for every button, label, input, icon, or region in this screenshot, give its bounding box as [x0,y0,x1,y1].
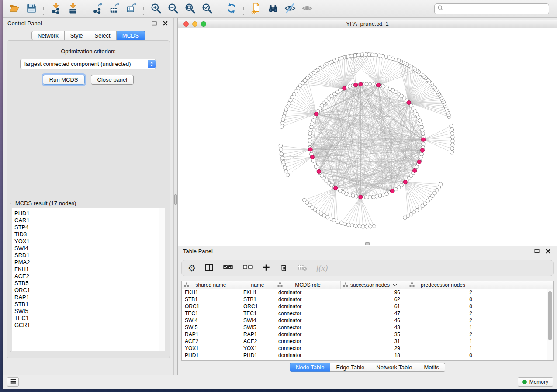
cell-predecessor-nodes[interactable]: 1 [407,338,479,344]
network-node[interactable] [343,222,346,226]
cell-name[interactable]: STB1 [240,296,275,303]
table-tab-motifs[interactable]: Motifs [418,363,445,372]
network-node[interactable] [309,128,312,132]
cell-mcds-role[interactable]: dominator [275,289,341,296]
table-tab-node-table[interactable]: Node Table [290,363,331,372]
mcds-hub-node[interactable] [343,86,346,90]
mcds-hub-node[interactable] [403,180,407,184]
cell-name[interactable]: YOX1 [240,345,275,351]
mcds-hub-node[interactable] [354,83,358,87]
cell-shared-name[interactable]: ORC1 [182,303,240,309]
network-node[interactable] [451,143,454,146]
tab-mcds[interactable]: MCDS [117,31,145,40]
cell-shared-name[interactable]: FKH1 [182,289,240,296]
cell-mcds-role[interactable]: dominator [275,296,341,303]
cell-name[interactable]: PHD1 [240,352,275,358]
table-row[interactable]: FKH1FKH1dominator962 [182,289,547,296]
cell-mcds-role[interactable]: connector [275,338,341,344]
control-panel-float-button[interactable] [150,20,158,27]
network-node[interactable] [450,131,454,135]
network-node[interactable] [419,156,422,159]
network-node[interactable] [450,124,453,127]
mcds-hub-node[interactable] [317,169,321,173]
select-all-rows-button[interactable] [223,261,233,275]
mcds-result-item[interactable]: PMA2 [14,259,165,266]
network-node[interactable] [369,225,372,228]
cell-successor-nodes[interactable]: 47 [341,310,407,316]
network-node[interactable] [368,82,372,86]
zoom-selected-button[interactable] [198,2,215,16]
network-node[interactable] [339,221,343,224]
table-row[interactable]: ACE2ACE2connector311 [182,338,547,345]
network-node[interactable] [282,115,286,118]
table-panel-close-button[interactable] [544,248,552,254]
column-header-successor-nodes[interactable]: successor nodes [341,281,407,289]
cell-shared-name[interactable]: SWI5 [182,324,240,330]
save-session-button[interactable] [23,2,40,16]
cell-successor-nodes[interactable]: 62 [341,296,407,303]
mcds-hub-node[interactable] [413,168,417,172]
network-node[interactable] [397,59,401,62]
network-node[interactable] [308,132,312,135]
cell-successor-nodes[interactable]: 46 [341,317,407,323]
cell-mcds-role[interactable]: connector [275,345,341,351]
mcds-result-item[interactable]: GCR1 [14,322,165,329]
mcds-hub-node[interactable] [334,186,338,190]
import-network-button[interactable] [47,2,64,16]
cell-predecessor-nodes[interactable]: 1 [407,324,479,330]
table-row[interactable]: ORC1ORC1dominator610 [182,303,547,310]
network-node[interactable] [279,144,282,148]
tab-style[interactable]: Style [65,31,89,40]
network-node[interactable] [365,225,368,228]
network-node[interactable] [336,220,339,223]
table-row[interactable]: PHD1PHD1dominator180 [182,352,547,359]
cell-predecessor-nodes[interactable]: 2 [407,317,479,323]
show-columns-button[interactable] [205,261,214,275]
table-options-button[interactable]: ⚙ [188,261,196,275]
add-column-button[interactable] [262,261,270,275]
search-box[interactable] [434,3,549,14]
deselect-all-rows-button[interactable] [242,261,253,275]
network-node[interactable] [384,55,388,58]
network-node[interactable] [308,135,311,139]
cell-predecessor-nodes[interactable]: 2 [407,289,479,296]
tab-select[interactable]: Select [89,31,117,40]
close-panel-button[interactable]: Close panel [91,75,134,85]
network-node[interactable] [372,83,375,86]
network-node[interactable] [365,82,368,86]
mcds-result-item[interactable]: TID3 [14,231,165,238]
network-node[interactable] [370,53,374,56]
mcds-hub-node[interactable] [421,138,425,141]
mcds-hub-node[interactable] [417,160,421,164]
network-node[interactable] [377,54,381,57]
network-node[interactable] [284,169,288,173]
new-network-from-selection-button[interactable] [247,2,264,16]
network-node[interactable] [281,118,285,121]
network-node[interactable] [354,224,357,227]
network-node[interactable] [281,160,285,164]
network-node[interactable] [284,108,288,111]
network-node[interactable] [364,53,367,56]
network-node[interactable] [374,53,377,57]
network-node[interactable] [348,193,351,196]
mcds-result-item[interactable]: FKH1 [14,266,165,273]
table-row[interactable]: TEC1TEC1connector472 [182,310,547,317]
zoom-in-button[interactable] [147,2,164,16]
cell-name[interactable]: ACE2 [240,338,275,344]
table-row[interactable]: SWI5SWI5connector431 [182,324,547,331]
cell-mcds-role[interactable]: dominator [275,331,341,337]
mcds-hub-node[interactable] [315,112,318,116]
network-node[interactable] [280,121,284,125]
table-row[interactable]: SWI4SWI4dominator462 [182,317,547,324]
network-node[interactable] [451,139,454,143]
mcds-result-item[interactable]: CAR1 [14,217,165,224]
network-node[interactable] [372,224,376,228]
cell-predecessor-nodes[interactable]: 2 [407,331,479,337]
cell-predecessor-nodes[interactable]: 0 [407,352,479,358]
cell-name[interactable]: RAP1 [240,331,275,337]
mcds-hub-node[interactable] [359,195,363,199]
cell-shared-name[interactable]: YOX1 [182,345,240,351]
cell-mcds-role[interactable]: connector [275,324,341,330]
delete-column-button[interactable] [280,261,288,275]
network-node[interactable] [283,166,287,169]
